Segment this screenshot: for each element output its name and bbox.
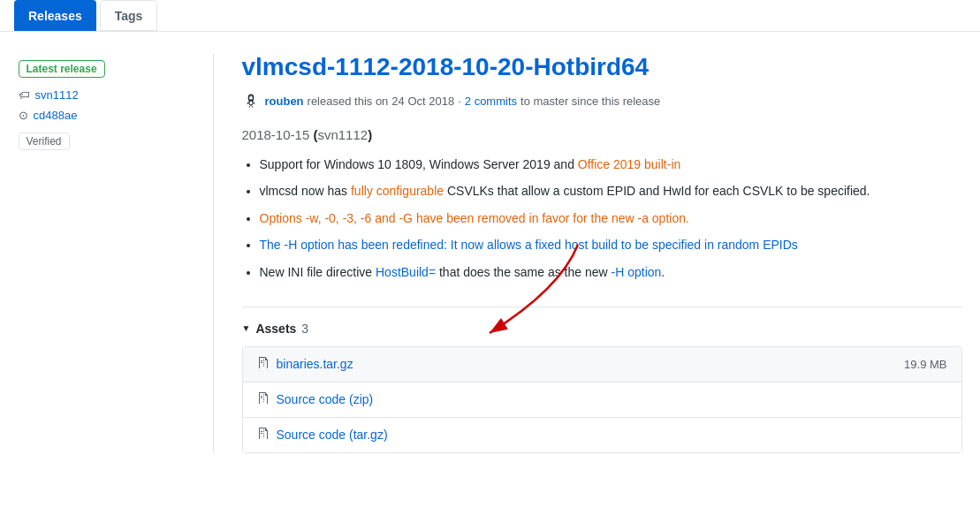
asset-binaries-link[interactable]: binaries.tar.gz: [277, 357, 353, 371]
asset-left: Source code (zip): [257, 391, 374, 408]
commits-suffix: to master since this release: [520, 95, 660, 108]
tag-item: 🏷 svn1112: [19, 88, 192, 102]
tag-icon: 🏷: [19, 88, 30, 102]
commit-item: ⊙ cd488ae: [19, 109, 192, 122]
commit-icon: ⊙: [19, 109, 28, 122]
tag-link[interactable]: svn1112: [35, 88, 79, 102]
commits-link[interactable]: 2 commits: [465, 95, 517, 108]
release-bullets: Support for Windows 10 1809, Windows Ser…: [242, 155, 962, 282]
svg-point-3: [251, 96, 252, 97]
release-content: vlmcsd-1112-2018-10-20-Hotbird64 rouben …: [213, 53, 962, 453]
release-title[interactable]: vlmcsd-1112-2018-10-20-Hotbird64: [242, 53, 962, 81]
assets-header[interactable]: ▼ Assets 3: [242, 322, 962, 336]
assets-count: 3: [301, 322, 308, 336]
list-item: Support for Windows 10 1809, Windows Ser…: [260, 155, 962, 174]
tab-releases[interactable]: Releases: [14, 0, 96, 31]
asset-left: binaries.tar.gz: [257, 356, 353, 373]
asset-item-binaries: binaries.tar.gz 19.9 MB: [243, 347, 961, 382]
release-notes: Support for Windows 10 1809, Windows Ser…: [242, 155, 962, 282]
sidebar: Latest release 🏷 svn1112 ⊙ cd488ae Verif…: [19, 53, 213, 453]
asset-list: binaries.tar.gz 19.9 MB Source code (zip…: [242, 346, 962, 453]
list-item: New INI file directive HostBuild= that d…: [260, 262, 962, 282]
asset-item-targz: Source code (tar.gz): [243, 418, 961, 452]
asset-targz-link[interactable]: Source code (tar.gz): [277, 428, 388, 442]
asset-zip-link[interactable]: Source code (zip): [277, 392, 374, 406]
list-item: The -H option has been redefined: It now…: [260, 235, 962, 254]
sidebar-meta: 🏷 svn1112 ⊙ cd488ae: [19, 88, 192, 122]
tab-bar: Releases Tags: [0, 0, 980, 32]
asset-binaries-size: 19.9 MB: [904, 358, 946, 371]
linux-icon: [242, 92, 260, 110]
assets-label: Assets: [255, 322, 296, 336]
dot-separator: ·: [458, 95, 461, 108]
list-item: Options -w, -0, -3, -6 and -G have been …: [260, 208, 962, 228]
assets-wrapper: ▼ Assets 3 binaries.tar.gz 19.9 MB: [242, 307, 962, 453]
asset-left: Source code (tar.gz): [257, 427, 388, 443]
release-meta: rouben released this on 24 Oct 2018 · 2 …: [242, 92, 962, 110]
release-date-header: 2018-10-15 (svn1112): [242, 127, 962, 142]
file-zip-icon: [257, 391, 270, 408]
svg-point-4: [249, 101, 252, 104]
released-text: released this on: [308, 95, 389, 108]
commit-link[interactable]: cd488ae: [34, 109, 78, 122]
file-targz-icon: [257, 427, 270, 443]
latest-release-badge: Latest release: [19, 60, 105, 78]
main-layout: Latest release 🏷 svn1112 ⊙ cd488ae Verif…: [4, 32, 976, 474]
release-date: 24 Oct 2018: [391, 95, 454, 108]
assets-section: ▼ Assets 3 binaries.tar.gz 19.9 MB: [242, 307, 962, 453]
verified-badge: Verified: [19, 133, 70, 150]
asset-item-zip: Source code (zip): [243, 382, 961, 418]
release-tag-ref: svn1112: [317, 127, 368, 142]
list-item: vlmcsd now has fully configurable CSVLKs…: [260, 181, 962, 201]
collapse-triangle: ▼: [242, 323, 251, 333]
tab-tags[interactable]: Tags: [100, 0, 158, 31]
author-link[interactable]: rouben: [265, 95, 304, 108]
svg-point-2: [249, 96, 250, 97]
file-archive-icon: [257, 356, 270, 373]
